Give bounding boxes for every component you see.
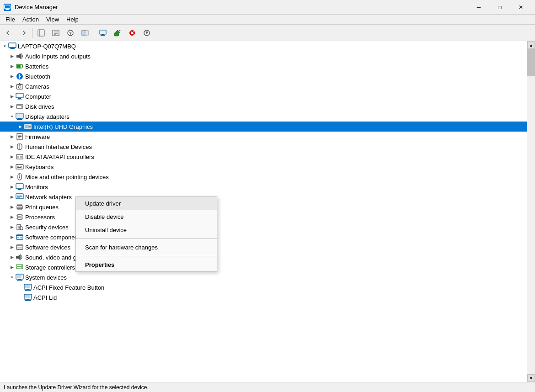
software-dev-label: Software devices [25,244,70,251]
svg-text:?: ? [69,31,72,36]
tree-item-cameras[interactable]: ▶ Cameras [0,81,527,91]
acpi-fixed-label: ACPI Fixed Feature Button [33,284,104,291]
tree-panel[interactable]: ▾ LAPTOP-Q07Q7MBQ ▶ Audio inputs and [0,41,527,382]
title-bar: Device Manager ─ □ ✕ [0,0,535,15]
expand-disk[interactable]: ▶ [8,103,16,110]
scrollbar-down[interactable]: ▼ [527,374,535,382]
tree-item-display[interactable]: ▾ Display adapters [0,111,527,122]
svg-rect-117 [25,290,31,291]
tree-item-audio[interactable]: ▶ Audio inputs and outputs [0,51,527,61]
expand-display[interactable]: ▾ [8,113,16,120]
computer-button[interactable] [96,26,110,39]
svg-rect-40 [16,105,23,106]
tree-item-keyboard[interactable]: ▶ Keyboards [0,162,527,172]
expand-batteries[interactable]: ▶ [8,63,16,70]
menu-view[interactable]: View [43,15,63,24]
processors-label: Processors [25,214,55,221]
expand-cameras[interactable]: ▶ [8,83,16,90]
tree-item-system[interactable]: ▾ System devices [0,272,527,282]
svg-point-67 [19,177,20,178]
tree-item-computer[interactable]: ▶ Computer [0,91,527,101]
expand-mice[interactable]: ▶ [8,173,16,180]
show-tree-button[interactable] [34,26,48,39]
storage-icon [16,263,24,271]
uninstall-button[interactable] [125,26,139,39]
close-button[interactable]: ✕ [510,0,531,15]
maximize-button[interactable]: □ [489,0,510,15]
tree-item-ide[interactable]: ▶ IDE ATA/ATAPI controllers [0,152,527,162]
software-dev-icon [16,243,24,251]
properties-button[interactable] [78,26,92,39]
svg-rect-105 [16,256,18,259]
mouse-icon [16,173,24,181]
svg-marker-24 [145,32,148,34]
expand-bluetooth[interactable]: ▶ [8,73,16,80]
context-menu-disable-device[interactable]: Disable device [76,210,217,223]
expand-firmware[interactable]: ▶ [8,133,16,140]
expand-audio[interactable]: ▶ [8,53,16,60]
back-button[interactable] [2,26,16,39]
expand-acpi-lid [16,294,24,301]
tree-item-mice[interactable]: ▶ Mice and other pointing devices [0,172,527,182]
expand-security[interactable]: ▶ [8,223,16,231]
minimize-button[interactable]: ─ [468,0,489,15]
context-menu-uninstall-device[interactable]: Uninstall device [76,223,217,237]
disk-icon [16,102,24,111]
tree-item-bluetooth[interactable]: ▶ Bluetooth [0,71,527,81]
tree-item-batteries[interactable]: ▶ Batteries [0,61,527,71]
menu-action[interactable]: Action [19,15,43,24]
menu-help[interactable]: Help [63,15,82,24]
expand-network[interactable]: ▶ [8,193,16,201]
expand-ide[interactable]: ▶ [8,153,16,160]
expand-monitors[interactable]: ▶ [8,183,16,191]
svg-rect-60 [17,166,18,167]
menu-bar: File Action View Help [0,15,535,25]
svg-rect-27 [10,48,15,49]
tree-root[interactable]: ▾ LAPTOP-Q07Q7MBQ [0,41,527,51]
scrollbar[interactable]: ▲ ▼ [527,41,535,382]
scrollbar-up[interactable]: ▲ [527,41,535,49]
expand-storage[interactable]: ▶ [8,264,16,271]
expand-system[interactable]: ▾ [8,274,16,281]
expand-processors[interactable]: ▶ [8,213,16,221]
svg-rect-64 [17,167,21,168]
svg-rect-112 [18,279,21,280]
tree-item-hid[interactable]: ▶ Human Interface Devices [0,142,527,152]
expand-acpi-fixed [16,284,24,291]
tree-item-intel-uhd[interactable]: ▶ Intel(R) UHD Graphics [0,122,527,132]
tree-item-disk[interactable]: ▶ Disk drives [0,101,527,111]
properties-list-button[interactable] [49,26,63,39]
toolbar-separator-1 [32,28,32,38]
monitors-label: Monitors [25,184,48,191]
expand-sound[interactable]: ▶ [8,254,16,261]
bluetooth-label: Bluetooth [25,73,50,80]
context-menu-properties[interactable]: Properties [76,258,217,271]
expand-intel-uhd[interactable]: ▶ [16,123,24,130]
expand-software-dev[interactable]: ▶ [8,244,16,251]
tree-item-acpi-lid[interactable]: ACPI Lid [0,292,527,302]
menu-file[interactable]: File [2,15,19,24]
display-label: Display adapters [25,113,70,120]
scrollbar-track[interactable] [527,49,535,374]
expand-computer[interactable]: ▶ [8,93,16,100]
svg-rect-57 [17,156,19,158]
expand-keyboard[interactable]: ▶ [8,163,16,170]
context-menu-update-driver[interactable]: Update driver [76,197,217,210]
help-button[interactable]: ? [64,26,77,39]
expand-hid[interactable]: ▶ [8,143,16,150]
svg-line-97 [22,229,23,230]
storage-label: Storage controllers [25,264,75,271]
tree-item-monitors[interactable]: ▶ Monitors [0,182,527,192]
scrollbar-thumb[interactable] [527,49,535,76]
svg-rect-81 [18,216,21,218]
tree-item-acpi-fixed[interactable]: ACPI Fixed Feature Button [0,282,527,292]
update-driver-button[interactable] [111,26,124,39]
expand-root[interactable]: ▾ [1,42,8,50]
expand-print[interactable]: ▶ [8,203,16,211]
context-menu-scan-hardware[interactable]: Scan for hardware changes [76,241,217,254]
acpi-fixed-icon [24,283,32,291]
forward-button[interactable] [16,26,30,39]
expand-software-comp[interactable]: ▶ [8,233,16,241]
scan-hardware-button[interactable] [140,26,154,39]
tree-item-firmware[interactable]: ▶ Firmware [0,132,527,142]
